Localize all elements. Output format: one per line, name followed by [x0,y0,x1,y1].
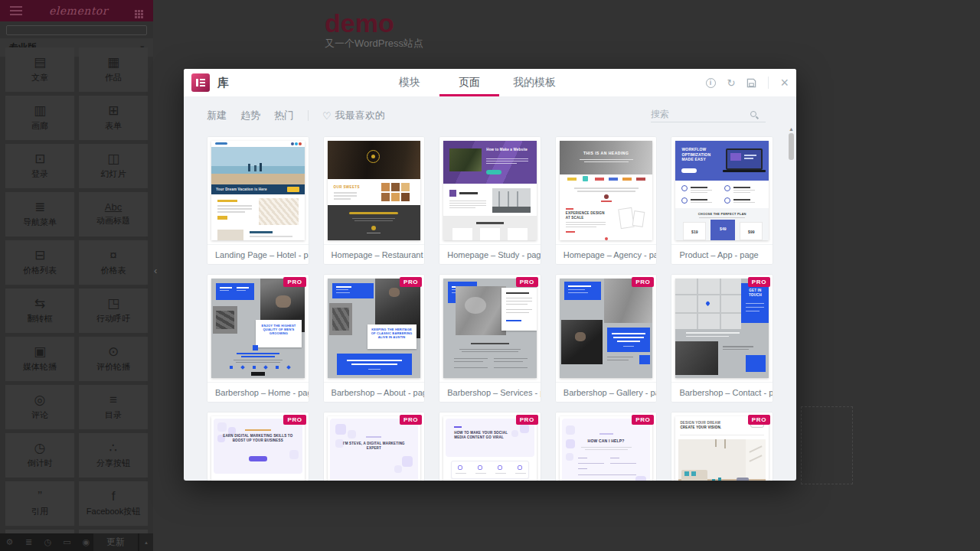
template-thumbnail[interactable]: PRO I'M STEVE, A DIGITAL MARKETING EXPER… [324,412,425,481]
elementor-library-logo-icon [191,73,210,92]
pro-badge: PRO [516,277,538,287]
contact-form-preview: HOW CAN I HELP? [560,416,653,481]
panel-collapse-arrow[interactable]: ‹ [154,265,157,276]
thumb-heading: WORKFLOW OPTIMIZATION MADE EASY [681,147,723,162]
price-list-icon: ⊟ [34,249,45,262]
divider [308,110,309,121]
animated-headline-icon: Abc [105,202,122,212]
scrollbar-thumb[interactable] [789,133,794,160]
template-card: PRO HOW TO MAKE YOUR SOCIAL MEDIA CONTEN… [439,412,541,481]
template-card: WORKFLOW OPTIMIZATION MADE EASY [671,136,773,265]
template-thumbnail[interactable]: PRO EARN DIGITAL MARKETING SKILLS TO BOO… [207,412,309,481]
pro-badge: PRO [516,415,538,425]
template-thumbnail[interactable]: WORKFLOW OPTIMIZATION MADE EASY [671,137,773,244]
widget-gallery[interactable]: ▥画廊 [5,96,74,140]
thumb-caption: Your Dream Vacation is Here [216,187,267,192]
widget-table-of-contents[interactable]: ≡目录 [79,385,148,429]
tab-blocks[interactable]: 模块 [380,69,439,96]
pro-badge: PRO [748,277,770,287]
template-card: PRO KEEPI [323,274,426,403]
widget-testimonial-carousel[interactable]: ⊙评价轮播 [79,337,148,381]
template-thumbnail[interactable]: PRO [439,275,541,382]
template-thumbnail[interactable]: THIS IS AN HEADING [556,137,657,244]
app-product-preview: WORKFLOW OPTIMIZATION MADE EASY [675,141,769,240]
sort-popular[interactable]: 热门 [274,109,294,122]
library-title: 库 [217,76,229,90]
info-icon[interactable]: i [706,78,716,88]
close-icon[interactable]: × [780,75,789,91]
template-thumbnail[interactable]: PRO DESIGN YOUR DREAM CREATE YOUR VISION… [671,412,773,481]
widget-share-buttons[interactable]: ∴分享按钮 [79,433,148,478]
blockquote-icon: ” [38,490,42,503]
template-thumbnail[interactable]: Your Dream Vacation is Here [207,137,309,244]
widget-price-list[interactable]: ⊟价格列表 [5,240,74,285]
widgets-grid-icon[interactable] [135,10,137,12]
template-grid: Your Dream Vacation is Here Landing Page… [207,136,773,481]
widget-posts[interactable]: ▤文章 [5,47,74,92]
site-tagline: 又一个WordPress站点 [325,37,423,51]
map-graphic [675,279,741,329]
office-photo [492,188,531,213]
template-thumbnail[interactable]: PRO [556,275,657,382]
sort-trend[interactable]: 趋势 [240,109,260,122]
template-thumbnail[interactable]: OUR SWEETS [324,137,425,244]
template-thumbnail[interactable]: How to Make a Website [439,137,541,244]
pro-badge: PRO [748,415,770,425]
pro-badge: PRO [283,277,305,287]
widget-flip-box[interactable]: ⇆翻转框 [5,289,74,333]
save-icon[interactable] [746,78,756,88]
sort-new[interactable]: 新建 [207,109,227,122]
widget-portfolio[interactable]: ▦作品 [79,47,148,92]
widget-login[interactable]: ⊡登录 [5,144,74,188]
my-favorites-filter[interactable]: ♡ 我最喜欢的 [322,109,385,122]
responsive-mode-icon[interactable]: ▭ [57,537,77,547]
template-thumbnail[interactable]: PRO HOW TO MAKE YOUR SOCIAL MEDIA CONTEN… [439,412,541,481]
portrait-photo [561,320,603,364]
tab-my-templates[interactable]: 我的模板 [499,69,570,96]
widget-list: ▤文章 ▦作品 ▥画廊 ⊞表单 ⊡登录 ◫幻灯片 ≣导航菜单 Abc动画标题 ⊟… [0,47,153,533]
template-thumbnail[interactable]: PRO GET IN TOUCH [671,275,773,382]
widget-countdown[interactable]: ◷倒计时 [5,433,74,478]
widget-price-table[interactable]: ¤价格表 [79,240,148,285]
sync-icon[interactable]: ↻ [727,78,736,88]
update-button[interactable]: 更新 [93,533,138,551]
price-table-icon: ¤ [109,249,116,262]
bw-photo [213,306,237,334]
template-card: PRO [555,274,658,403]
add-section-area[interactable] [801,406,853,484]
widget-reviews[interactable]: ◎评论 [5,385,74,429]
table-of-contents-icon: ≡ [109,393,117,406]
navigator-icon[interactable]: ≣ [19,537,38,547]
barbershop-contact-preview: GET IN TOUCH [675,279,769,378]
tab-pages[interactable]: 页面 [439,69,499,96]
widget-blockquote[interactable]: ”引用 [5,481,74,526]
widget-media-carousel[interactable]: ▣媒体轮播 [5,337,74,381]
history-icon[interactable]: ◷ [38,537,57,547]
template-title: Barbershop – Home - page [207,382,309,402]
settings-icon[interactable]: ⚙ [0,537,19,547]
hamburger-menu-icon[interactable] [10,10,22,11]
pro-badge: PRO [400,277,422,287]
scroll-up-arrow[interactable]: ▲ [789,126,794,132]
call-to-action-icon: ◳ [107,297,119,310]
widget-call-to-action[interactable]: ◳行动呼吁 [79,289,148,333]
steve-expert-preview: I'M STEVE, A DIGITAL MARKETING EXPERT [328,416,421,481]
template-title: Barbershop – About - page [324,382,425,402]
update-options-caret[interactable]: ▴ [139,533,153,551]
widget-slides[interactable]: ◫幻灯片 [79,144,148,188]
template-title: Product – App - page [671,244,773,264]
widget-facebook-button[interactable]: fFacebook按钮 [79,481,148,526]
divider [768,77,769,89]
reviews-icon: ◎ [34,393,46,406]
thumb-heading: GET IN TOUCH [744,289,766,298]
template-thumbnail[interactable]: PRO HOW CAN I HELP? [556,412,657,481]
search-input[interactable] [651,109,750,119]
widget-search-input[interactable] [6,25,147,35]
widget-nav-menu[interactable]: ≣导航菜单 [5,192,74,236]
template-thumbnail[interactable]: PRO KEEPI [324,275,425,382]
hero-photo [449,148,482,171]
template-title: Homepage – Agency - page [556,244,657,264]
widget-animated-headline[interactable]: Abc动画标题 [79,192,148,236]
widget-form[interactable]: ⊞表单 [79,96,148,140]
template-thumbnail[interactable]: PRO [207,275,309,382]
